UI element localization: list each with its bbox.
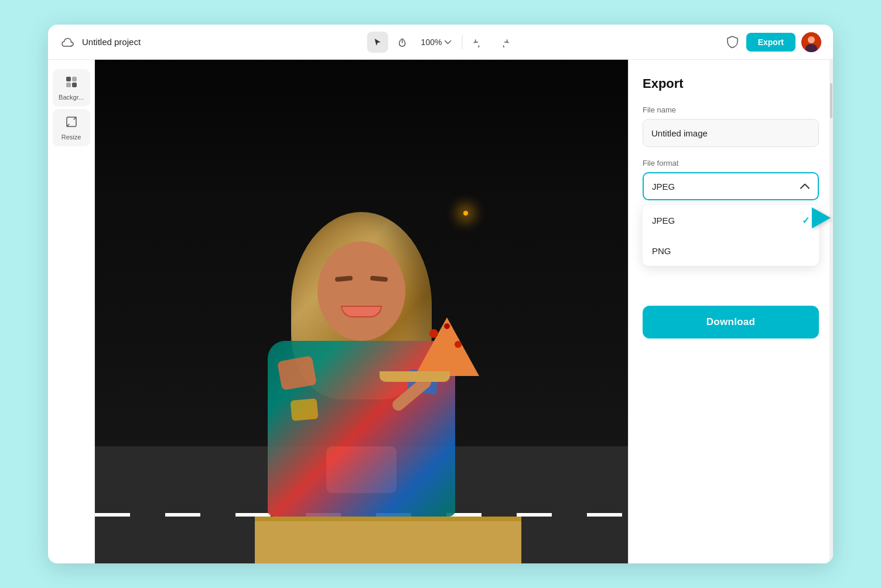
svg-rect-4 — [72, 77, 77, 81]
background-icon — [65, 76, 78, 91]
project-title: Untitled project — [82, 37, 141, 47]
zoom-value: 100% — [421, 37, 442, 47]
format-select-button[interactable]: JPEG — [643, 172, 819, 200]
file-name-label: File name — [643, 105, 819, 114]
toolbar-divider — [462, 35, 462, 49]
scroll-track — [829, 60, 833, 563]
undo-button[interactable] — [468, 32, 489, 53]
zoom-control[interactable]: 100% — [416, 35, 456, 49]
format-select-wrapper: JPEG JPEG ✓ PNG — [643, 172, 819, 200]
background-light — [463, 211, 468, 216]
cloud-icon — [60, 34, 76, 50]
check-icon: ✓ — [802, 215, 810, 226]
format-jpeg-label: JPEG — [652, 216, 675, 225]
format-option-png[interactable]: PNG — [643, 235, 819, 266]
sidebar-item-background[interactable]: Backgr... — [53, 69, 90, 107]
avatar[interactable] — [801, 32, 821, 52]
selected-format-label: JPEG — [652, 182, 675, 192]
resize-icon — [65, 115, 78, 131]
panel-title: Export — [643, 76, 819, 91]
hand-tool-button[interactable] — [392, 32, 413, 53]
svg-point-1 — [808, 36, 815, 43]
canvas-image — [95, 60, 628, 563]
sidebar-item-resize[interactable]: Resize — [53, 109, 90, 146]
scroll-thumb[interactable] — [830, 83, 832, 118]
pizza — [415, 317, 479, 376]
toolbar: Untitled project 100% — [48, 25, 833, 60]
format-option-jpeg[interactable]: JPEG ✓ — [643, 205, 819, 235]
chevron-up-icon — [800, 183, 810, 189]
file-name-input[interactable] — [643, 119, 819, 147]
sidebar-resize-label: Resize — [62, 134, 81, 141]
svg-rect-5 — [66, 83, 71, 87]
cursor-arrow — [812, 207, 831, 228]
file-format-label: File format — [643, 159, 819, 167]
toolbar-center: 100% — [367, 32, 514, 53]
main-content: Backgr... Resize — [48, 60, 833, 563]
format-png-label: PNG — [652, 246, 671, 256]
export-button[interactable]: Export — [746, 33, 795, 52]
canvas-area — [95, 60, 628, 563]
sidebar-background-label: Backgr... — [59, 94, 84, 101]
shield-icon[interactable] — [724, 34, 740, 50]
face — [317, 241, 405, 341]
export-panel: Export File name File format JPEG JPEG ✓ — [628, 60, 833, 563]
svg-rect-6 — [72, 83, 77, 87]
select-tool-button[interactable] — [367, 32, 388, 53]
redo-button[interactable] — [493, 32, 514, 53]
pizza-box — [255, 517, 521, 563]
format-dropdown-menu: JPEG ✓ PNG — [643, 205, 819, 266]
sidebar: Backgr... Resize — [48, 60, 95, 563]
download-button[interactable]: Download — [643, 306, 819, 339]
svg-rect-3 — [66, 77, 71, 81]
app-window: Untitled project 100% — [48, 25, 833, 563]
